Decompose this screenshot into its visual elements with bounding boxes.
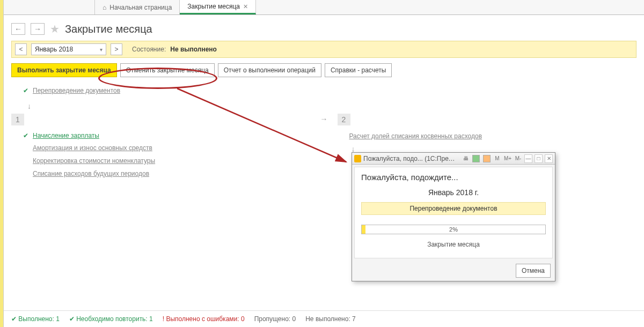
footer-skipped-label: Пропущено: xyxy=(254,315,291,323)
footer-notdone-label: Не выполнено: xyxy=(305,315,350,323)
wait-dialog: Пожалуйста, подо... (1С:Предприятие) 🖶 M… xyxy=(352,152,555,281)
op-salary-link[interactable]: Начисление зарплаты xyxy=(33,132,99,139)
m-button[interactable]: M xyxy=(493,154,501,163)
progress-bar: 2% xyxy=(361,225,546,234)
maximize-icon[interactable]: □ xyxy=(535,154,543,163)
operations-report-button[interactable]: Отчет о выполнении операций xyxy=(218,63,321,77)
footer-done-label: Выполнено: xyxy=(18,315,54,323)
dialog-heading: Пожалуйста, подождите... xyxy=(361,173,546,182)
period-prev-button[interactable]: < xyxy=(15,43,27,55)
dialog-period: Январь 2018 г. xyxy=(361,188,546,197)
op-repost-link[interactable]: Перепроведение документов xyxy=(33,87,120,94)
arrow-right-icon: → xyxy=(320,115,328,123)
close-icon[interactable]: ✕ xyxy=(243,3,248,10)
print-icon[interactable]: 🖶 xyxy=(462,154,470,163)
footer-done-count: 1 xyxy=(56,315,60,323)
app-icon xyxy=(354,155,361,162)
star-icon[interactable]: ★ xyxy=(50,23,60,35)
progress-label: 2% xyxy=(449,226,458,233)
step-2-badge: 2 xyxy=(338,114,350,125)
step-1-badge: 1 xyxy=(11,114,24,125)
tab-home[interactable]: ⌂ Начальная страница xyxy=(95,0,180,14)
tab-active-label: Закрытие месяца xyxy=(187,3,240,10)
execute-month-close-button[interactable]: Выполнить закрытие месяца xyxy=(11,63,117,77)
back-button[interactable]: ← xyxy=(11,23,25,35)
dialog-task-overall: Закрытие месяца xyxy=(361,241,546,248)
status-footer: ✔ Выполнено: 1 ✔ Необходимо повторить: 1… xyxy=(4,310,644,327)
state-label: Состояние: xyxy=(132,46,166,53)
op-salary-row: ✔ Начисление зарплаты xyxy=(11,130,311,142)
check-icon: ✔ xyxy=(23,132,28,139)
dialog-title: Пожалуйста, подо... (1С:Предприятие) xyxy=(363,155,457,162)
tab-month-close[interactable]: Закрытие месяца ✕ xyxy=(180,0,256,14)
tab-home-label: Начальная страница xyxy=(109,4,172,11)
tab-bar: ⌂ Начальная страница Закрытие месяца ✕ xyxy=(4,0,644,15)
arrow-down-icon: ↓ xyxy=(27,102,636,110)
op-future-link[interactable]: Списание расходов будущих периодов xyxy=(33,170,149,177)
m-plus-button[interactable]: M+ xyxy=(503,154,512,163)
calc-icon[interactable] xyxy=(482,154,491,163)
period-input[interactable]: Январь 2018 ▾ xyxy=(31,43,106,55)
chevron-down-icon[interactable]: ▾ xyxy=(100,47,103,53)
op-repost-row: ✔ Перепроведение документов xyxy=(11,84,636,100)
period-next-button[interactable]: > xyxy=(111,43,122,55)
alert-icon: ! xyxy=(163,315,164,323)
cancel-month-close-button[interactable]: Отменить закрытие месяца xyxy=(120,63,215,77)
toolbar: Выполнить закрытие месяца Отменить закры… xyxy=(4,58,644,81)
minimize-icon[interactable]: — xyxy=(524,154,532,163)
period-value: Январь 2018 xyxy=(35,46,73,53)
page-title: Закрытие месяца xyxy=(65,23,152,35)
footer-errors-count: 0 xyxy=(241,315,245,323)
grid-icon[interactable] xyxy=(472,154,480,163)
footer-errors-label: Выполнено с ошибками: xyxy=(166,315,239,323)
dialog-task-current: Перепроведение документов xyxy=(361,202,546,215)
dialog-titlebar[interactable]: Пожалуйста, подо... (1С:Предприятие) 🖶 M… xyxy=(352,153,555,165)
check-icon: ✔ xyxy=(11,315,17,323)
op-correct-link[interactable]: Корректировка стоимости номенклатуры xyxy=(33,157,155,165)
footer-repeat-count: 1 xyxy=(149,315,153,323)
home-icon: ⌂ xyxy=(103,4,106,11)
dialog-cancel-button[interactable]: Отмена xyxy=(516,264,551,278)
references-button[interactable]: Справки - расчеты xyxy=(325,63,392,77)
footer-skipped-count: 0 xyxy=(292,315,296,323)
state-value: Не выполнено xyxy=(170,46,217,53)
check-icon: ✔ xyxy=(69,315,75,323)
check-icon: ✔ xyxy=(23,87,28,94)
close-icon[interactable]: ✕ xyxy=(545,154,553,163)
m-minus-button[interactable]: M- xyxy=(514,154,522,163)
footer-notdone-count: 7 xyxy=(352,315,356,323)
op-amort-link[interactable]: Амортизация и износ основных средств xyxy=(33,144,152,152)
footer-repeat-label: Необходимо повторить: xyxy=(76,315,148,323)
progress-fill xyxy=(362,225,365,234)
op-indirect-link[interactable]: Расчет долей списания косвенных расходов xyxy=(349,132,482,140)
column-1: 1 ✔ Начисление зарплаты Амортизация и из… xyxy=(11,114,311,180)
status-bar: < Январь 2018 ▾ > Состояние: Не выполнен… xyxy=(11,41,636,58)
forward-button[interactable]: → xyxy=(31,23,45,35)
header: ← → ★ Закрытие месяца xyxy=(4,15,644,41)
